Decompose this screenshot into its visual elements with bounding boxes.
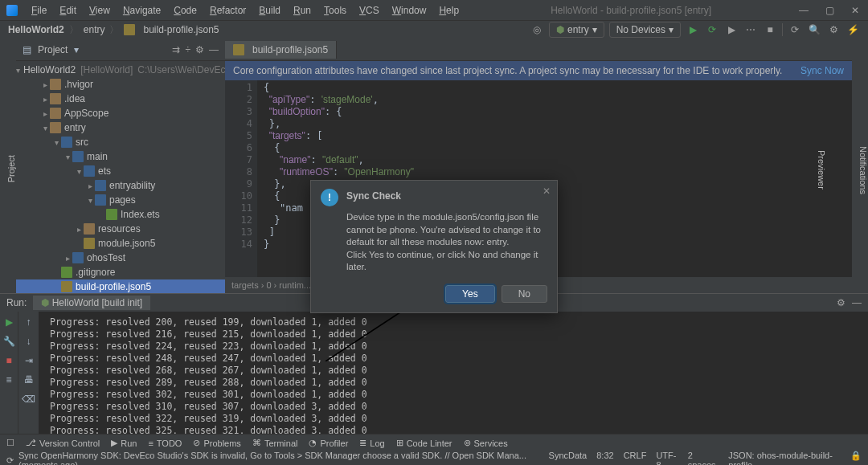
- sync-data-status[interactable]: SyncData: [549, 451, 588, 465]
- chevron-icon: ▾: [16, 66, 20, 75]
- debug-button[interactable]: ⟳: [705, 22, 719, 37]
- stop-icon[interactable]: ■: [6, 355, 11, 366]
- notifications-tool-button[interactable]: Notifications: [858, 47, 868, 293]
- menu-window[interactable]: Window: [387, 2, 432, 18]
- schema-status[interactable]: JSON: ohos-module-build-profile: [728, 451, 841, 465]
- tree-item-entryability[interactable]: ▸entryability: [16, 178, 225, 193]
- tree-item-resources[interactable]: ▸resources: [16, 222, 225, 236]
- no-button[interactable]: No: [502, 285, 547, 303]
- minimize-button[interactable]: —: [797, 5, 810, 16]
- tree-label: resources: [98, 223, 141, 235]
- tree-item-main[interactable]: ▾main: [16, 149, 225, 164]
- encoding[interactable]: UTF-8: [656, 451, 678, 465]
- layout-icon[interactable]: ≡: [6, 374, 11, 385]
- bottom-todo[interactable]: ≡ TODO: [148, 438, 182, 448]
- bottom-tool-bar: ☐ ⎇ Version Control▶ Run≡ TODO⊘ Problems…: [0, 434, 868, 451]
- tree-item-ets[interactable]: ▾ets: [16, 164, 225, 178]
- chevron-down-icon: ▾: [669, 24, 674, 35]
- bottom-run[interactable]: ▶ Run: [111, 438, 137, 448]
- up-icon[interactable]: ↑: [27, 316, 31, 328]
- bottom-problems[interactable]: ⊘ Problems: [193, 438, 240, 448]
- menu-build[interactable]: Build: [253, 2, 286, 18]
- expand-icon[interactable]: ⇉: [172, 44, 180, 55]
- tree-item-appscope[interactable]: ▸AppScope: [16, 106, 225, 120]
- maximize-button[interactable]: ▢: [823, 5, 836, 16]
- notifications-icon[interactable]: ⚡: [845, 22, 860, 37]
- stop-button[interactable]: ■: [763, 22, 777, 37]
- tree-item-pages[interactable]: ▾pages: [16, 193, 225, 207]
- tree-item-ohostest[interactable]: ▸ohosTest: [16, 251, 225, 265]
- menu-tools[interactable]: Tools: [318, 2, 352, 18]
- tools-icon[interactable]: 🔧: [3, 336, 15, 347]
- hide-panel-icon[interactable]: —: [209, 44, 219, 55]
- menu-navigate[interactable]: Navigate: [117, 2, 166, 18]
- project-tree[interactable]: ▾HelloWorld2 [HelloWorld] C:\Users\Wei\D…: [16, 61, 225, 293]
- chevron-icon: ▸: [40, 95, 50, 104]
- search-icon[interactable]: 🔍: [807, 22, 821, 37]
- tree-item-build-profile-json5[interactable]: build-profile.json5: [16, 279, 225, 293]
- tree-item--gitignore[interactable]: .gitignore: [16, 265, 225, 279]
- editor-tab[interactable]: build-profile.json5: [225, 41, 337, 59]
- console-output[interactable]: Progress: resolved 200, reused 199, down…: [39, 312, 868, 434]
- breadcrumb-item[interactable]: entry: [84, 24, 105, 35]
- print-icon[interactable]: 🖶: [24, 374, 34, 385]
- settings-icon[interactable]: ⚙: [826, 22, 841, 37]
- sync-icon[interactable]: ⟳: [788, 22, 802, 37]
- bottom-services[interactable]: ⊚ Services: [464, 438, 508, 448]
- tree-label: entry: [64, 122, 86, 133]
- coverage-button[interactable]: ▶: [724, 22, 739, 37]
- tree-item--idea[interactable]: ▸.idea: [16, 92, 225, 106]
- attach-debugger-button[interactable]: ⋯: [743, 22, 758, 37]
- tree-label: .gitignore: [76, 267, 115, 278]
- tree-label: Index.ets: [121, 209, 160, 220]
- bottom-profiler[interactable]: ◔ Profiler: [309, 438, 348, 448]
- target-icon[interactable]: ◎: [530, 22, 544, 37]
- collapse-icon[interactable]: ÷: [185, 44, 190, 55]
- menu-vcs[interactable]: VCS: [354, 2, 385, 18]
- wrap-icon[interactable]: ⇥: [25, 355, 33, 366]
- tree-item-src[interactable]: ▾src: [16, 135, 225, 149]
- tree-item-module-json5[interactable]: module.json5: [16, 236, 225, 251]
- project-view-title[interactable]: Project: [38, 44, 68, 55]
- status-message[interactable]: Sync OpenHarmony SDK: DevEco Studio's SD…: [18, 451, 549, 465]
- hide-run-panel-icon[interactable]: —: [852, 297, 862, 308]
- run-tab[interactable]: ⬢ HelloWorld [build init]: [33, 296, 150, 310]
- breadcrumb-item[interactable]: build-profile.json5: [143, 24, 219, 35]
- caret-position[interactable]: 8:32: [596, 451, 613, 465]
- menu-refactor[interactable]: Refactor: [204, 2, 252, 18]
- down-icon[interactable]: ↓: [27, 336, 31, 347]
- menu-edit[interactable]: Edit: [54, 2, 82, 18]
- tree-item--hvigor[interactable]: ▸.hvigor: [16, 77, 225, 92]
- lock-icon[interactable]: 🔒: [850, 451, 862, 465]
- menu-code[interactable]: Code: [168, 2, 203, 18]
- menu-file[interactable]: File: [26, 2, 52, 18]
- breadcrumb-root[interactable]: HelloWorld2: [8, 24, 64, 35]
- chevron-icon: ▸: [63, 254, 72, 263]
- indent-setting[interactable]: 2 spaces: [688, 451, 719, 465]
- line-ending[interactable]: CRLF: [624, 451, 647, 465]
- bottom-version-control[interactable]: ⎇ Version Control: [26, 438, 100, 448]
- tree-item-helloworld2[interactable]: ▾HelloWorld2 [HelloWorld] C:\Users\Wei\D…: [16, 63, 225, 77]
- bottom-log[interactable]: ≣ Log: [359, 438, 384, 448]
- run-settings-icon[interactable]: ⚙: [837, 297, 845, 308]
- menu-view[interactable]: View: [84, 2, 116, 18]
- dialog-close-button[interactable]: ✕: [542, 186, 551, 197]
- tree-item-entry[interactable]: ▾entry: [16, 120, 225, 135]
- sync-check-dialog: ✕ ! Sync Check Device type in the module…: [310, 180, 558, 313]
- menu-run[interactable]: Run: [288, 2, 317, 18]
- editor-tab-label: build-profile.json5: [252, 44, 328, 55]
- project-tool-button[interactable]: Project: [6, 155, 16, 182]
- clear-icon[interactable]: ⌫: [22, 394, 35, 405]
- run-button[interactable]: ▶: [686, 22, 700, 37]
- project-panel-tools: ⇉ ÷ ⚙ —: [172, 44, 219, 55]
- run-config-dropdown[interactable]: ⬢ entry ▾: [549, 22, 604, 38]
- tree-item-index-ets[interactable]: Index.ets: [16, 207, 225, 222]
- rerun-button[interactable]: ▶: [6, 316, 13, 328]
- yes-button[interactable]: Yes: [445, 285, 495, 303]
- menu-help[interactable]: Help: [433, 2, 465, 18]
- close-button[interactable]: ✕: [849, 5, 862, 16]
- device-dropdown[interactable]: No Devices ▾: [609, 22, 681, 38]
- bottom-code-linter[interactable]: ⊞ Code Linter: [396, 438, 452, 448]
- panel-settings-icon[interactable]: ⚙: [195, 44, 204, 55]
- bottom-terminal[interactable]: ⌘ Terminal: [252, 438, 298, 448]
